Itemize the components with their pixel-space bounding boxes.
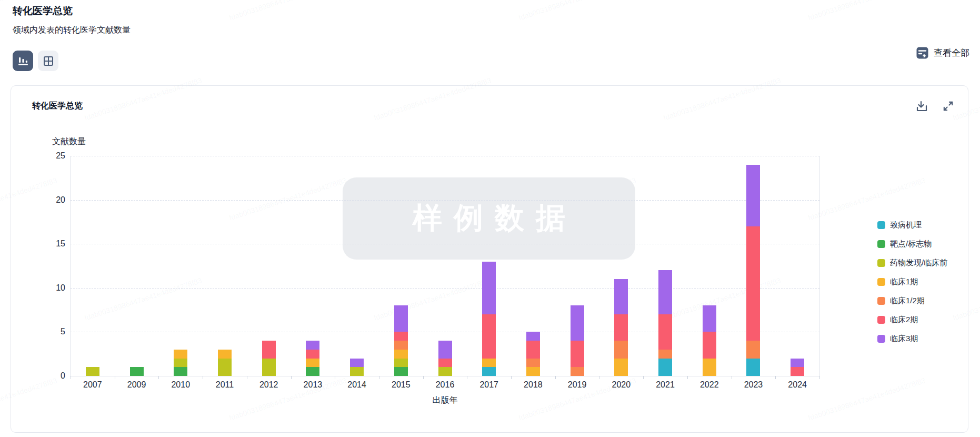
bar-segment[interactable]	[438, 359, 452, 368]
bar-2015[interactable]	[394, 305, 408, 376]
bar-segment[interactable]	[746, 165, 760, 226]
bar-segment[interactable]	[394, 350, 408, 359]
bar-segment[interactable]	[394, 341, 408, 350]
bar-segment[interactable]	[614, 279, 628, 314]
fullscreen-button[interactable]	[942, 100, 954, 113]
bar-segment[interactable]	[174, 350, 187, 359]
bar-segment[interactable]	[746, 359, 760, 376]
download-button[interactable]	[916, 100, 928, 113]
y-tick-label: 25	[56, 151, 65, 161]
bar-2023[interactable]	[746, 165, 760, 376]
bar-segment[interactable]	[526, 341, 540, 358]
legend-item[interactable]: 致病机理	[877, 220, 947, 230]
bar-segment[interactable]	[746, 341, 760, 358]
bar-segment[interactable]	[658, 314, 672, 350]
bar-segment[interactable]	[262, 359, 276, 376]
gridline-25	[71, 156, 819, 156]
bar-segment[interactable]	[614, 314, 628, 341]
bar-2013[interactable]	[306, 341, 319, 376]
bar-2024[interactable]	[791, 359, 804, 376]
bar-segment[interactable]	[394, 359, 408, 368]
bar-segment[interactable]	[703, 359, 716, 376]
bar-segment[interactable]	[791, 359, 804, 368]
legend-swatch	[877, 259, 885, 267]
bar-segment[interactable]	[658, 270, 672, 314]
x-axis-tick	[158, 376, 159, 379]
bar-2014[interactable]	[350, 359, 364, 376]
y-tick-label: 20	[56, 195, 65, 205]
bar-segment[interactable]	[306, 359, 319, 368]
bar-segment[interactable]	[350, 367, 364, 376]
x-axis-tick	[599, 376, 599, 379]
bar-2018[interactable]	[526, 332, 540, 376]
bar-segment[interactable]	[306, 341, 319, 350]
bar-segment[interactable]	[571, 305, 584, 341]
bar-segment[interactable]	[482, 367, 496, 376]
bar-2009[interactable]	[130, 367, 144, 376]
bar-segment[interactable]	[394, 367, 408, 376]
bar-segment[interactable]	[130, 367, 144, 376]
bar-2010[interactable]	[174, 350, 187, 376]
x-tick-label: 2009	[127, 380, 146, 390]
bar-segment[interactable]	[614, 359, 628, 376]
bar-segment[interactable]	[438, 367, 452, 376]
bar-segment[interactable]	[571, 367, 584, 376]
bar-segment[interactable]	[571, 341, 584, 367]
view-mode-toggle	[13, 51, 58, 71]
bar-segment[interactable]	[394, 332, 408, 341]
bar-segment[interactable]	[86, 367, 99, 376]
legend-item[interactable]: 靶点/标志物	[877, 239, 947, 249]
bar-2021[interactable]	[658, 270, 672, 376]
bar-segment[interactable]	[350, 359, 364, 368]
bar-segment[interactable]	[703, 332, 716, 358]
bar-segment[interactable]	[218, 359, 232, 376]
legend-item[interactable]: 药物发现/临床前	[877, 258, 947, 268]
bar-segment[interactable]	[791, 367, 804, 376]
bar-segment[interactable]	[526, 359, 540, 368]
legend-item[interactable]: 临床1期	[877, 277, 947, 287]
legend-item[interactable]: 临床2期	[877, 315, 947, 325]
bar-2012[interactable]	[262, 341, 276, 376]
bar-segment[interactable]	[174, 367, 187, 376]
table-view-button[interactable]	[38, 51, 58, 71]
bar-segment[interactable]	[174, 359, 187, 368]
bar-segment[interactable]	[482, 262, 496, 314]
bar-2016[interactable]	[438, 341, 452, 376]
bar-segment[interactable]	[658, 350, 672, 359]
x-tick-label: 2013	[304, 380, 323, 390]
bar-segment[interactable]	[438, 341, 452, 358]
legend-label: 临床2期	[890, 315, 918, 325]
bar-2019[interactable]	[571, 305, 584, 376]
bar-segment[interactable]	[703, 305, 716, 332]
bar-segment[interactable]	[262, 341, 276, 358]
x-axis-tick	[379, 376, 379, 379]
x-axis-tick	[732, 376, 732, 379]
bar-segment[interactable]	[526, 367, 540, 376]
bar-segment[interactable]	[482, 359, 496, 368]
legend-label: 致病机理	[890, 220, 922, 230]
bar-segment[interactable]	[306, 350, 319, 359]
bar-segment[interactable]	[658, 359, 672, 376]
x-axis-tick	[775, 376, 776, 379]
view-all-button[interactable]: 查看全部	[916, 46, 969, 59]
chart-view-button[interactable]	[13, 51, 33, 71]
bar-2011[interactable]	[218, 350, 232, 376]
bar-2017[interactable]	[482, 262, 496, 376]
bar-segment[interactable]	[306, 367, 319, 376]
bar-segment[interactable]	[614, 341, 628, 358]
legend-item[interactable]: 临床3期	[877, 334, 947, 344]
legend-swatch	[877, 335, 885, 343]
x-axis-tick	[423, 376, 424, 379]
bar-segment[interactable]	[526, 332, 540, 341]
bar-segment[interactable]	[394, 305, 408, 332]
bar-segment[interactable]	[482, 314, 496, 359]
bar-segment[interactable]	[218, 350, 232, 359]
bar-2020[interactable]	[614, 279, 628, 376]
y-axis-title: 文献数量	[52, 136, 86, 147]
x-tick-label: 2022	[700, 380, 719, 390]
bar-2022[interactable]	[703, 305, 716, 376]
bar-segment[interactable]	[746, 226, 760, 341]
bar-2007[interactable]	[86, 367, 99, 376]
legend-item[interactable]: 临床1/2期	[877, 296, 947, 306]
legend-label: 药物发现/临床前	[890, 258, 947, 268]
